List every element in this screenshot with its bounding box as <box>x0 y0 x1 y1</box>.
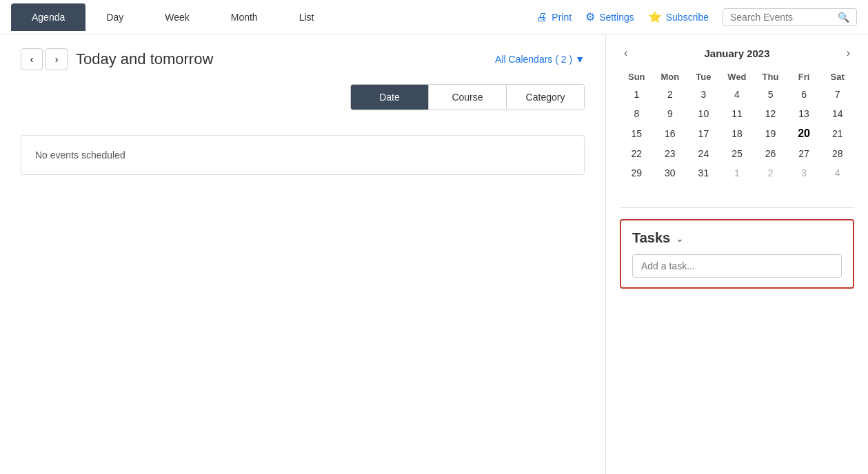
calendar-day-cell[interactable]: 1 <box>620 85 654 104</box>
calendar-day-cell[interactable]: 25 <box>720 144 754 163</box>
calendar-day-cell[interactable]: 22 <box>620 144 654 163</box>
calendar-week-row: 891011121314 <box>620 104 854 123</box>
left-panel: ‹ › Today and tomorrow All Calendars ( 2… <box>0 34 606 474</box>
calendar-day-cell[interactable]: 1 <box>720 163 754 183</box>
agenda-title: Today and tomorrow <box>76 50 487 68</box>
calendar-divider <box>620 207 854 208</box>
prev-arrow-button[interactable]: ‹ <box>21 48 43 70</box>
calendar-day-cell[interactable]: 13 <box>787 104 821 123</box>
weekday-sat: Sat <box>820 69 854 85</box>
agenda-header: ‹ › Today and tomorrow All Calendars ( 2… <box>21 48 585 70</box>
calendar-day-cell[interactable]: 4 <box>820 163 854 183</box>
calendar-day-cell[interactable]: 10 <box>687 104 720 123</box>
tasks-section: Tasks ⌄ <box>620 219 854 289</box>
tasks-chevron-icon[interactable]: ⌄ <box>676 233 684 244</box>
calendar-weekdays-row: Sun Mon Tue Wed Thu Fri Sat <box>620 69 854 85</box>
tab-day[interactable]: Day <box>85 3 144 31</box>
print-button[interactable]: 🖨 Print <box>536 11 572 23</box>
mini-calendar: ‹ January 2023 › Sun Mon Tue Wed Thu Fri… <box>620 45 854 183</box>
calendar-day-cell[interactable]: 7 <box>820 85 854 104</box>
calendar-day-cell[interactable]: 19 <box>754 123 787 144</box>
calendar-day-cell[interactable]: 28 <box>820 144 854 163</box>
weekday-mon: Mon <box>654 69 687 85</box>
calendar-header: ‹ January 2023 › <box>620 45 854 61</box>
calendar-day-cell[interactable]: 18 <box>720 123 754 144</box>
gear-icon: ⚙ <box>585 10 595 23</box>
next-arrow-button[interactable]: › <box>46 48 68 70</box>
all-calendars-link[interactable]: All Calendars ( 2 ) ▼ <box>495 54 585 65</box>
weekday-sun: Sun <box>620 69 654 85</box>
view-tab-category[interactable]: Category <box>507 85 584 110</box>
calendar-next-button[interactable]: › <box>842 45 854 61</box>
add-task-input[interactable] <box>632 254 842 278</box>
calendar-day-cell[interactable]: 9 <box>654 104 687 123</box>
subscribe-button[interactable]: ⭐ Subscribe <box>648 10 709 23</box>
calendar-day-cell[interactable]: 6 <box>787 85 821 104</box>
calendar-week-row: 2930311234 <box>620 163 854 183</box>
settings-button[interactable]: ⚙ Settings <box>585 10 634 23</box>
nav-right-actions: 🖨 Print ⚙ Settings ⭐ Subscribe 🔍 <box>536 8 857 26</box>
calendar-day-cell[interactable]: 24 <box>687 144 720 163</box>
print-label: Print <box>552 12 572 23</box>
calendar-day-cell[interactable]: 3 <box>787 163 821 183</box>
calendar-day-cell[interactable]: 2 <box>654 85 687 104</box>
calendar-day-cell[interactable]: 29 <box>620 163 654 183</box>
tab-agenda[interactable]: Agenda <box>11 3 85 31</box>
tasks-header: Tasks ⌄ <box>632 230 842 246</box>
calendar-day-cell[interactable]: 15 <box>620 123 654 144</box>
weekday-thu: Thu <box>754 69 787 85</box>
calendar-grid: Sun Mon Tue Wed Thu Fri Sat 123456789101… <box>620 69 854 183</box>
no-events-box: No events scheduled <box>21 135 585 175</box>
tab-week[interactable]: Week <box>144 3 210 31</box>
calendar-day-cell[interactable]: 20 <box>787 123 821 144</box>
main-layout: ‹ › Today and tomorrow All Calendars ( 2… <box>0 34 868 474</box>
date-nav-arrows: ‹ › <box>21 48 68 70</box>
calendar-day-cell[interactable]: 31 <box>687 163 720 183</box>
tab-month[interactable]: Month <box>210 3 279 31</box>
content-view-tabs: Date Course Category <box>350 84 585 110</box>
top-navigation: Agenda Day Week Month List 🖨 Print ⚙ Set… <box>0 0 868 34</box>
calendar-day-cell[interactable]: 23 <box>654 144 687 163</box>
calendar-day-cell[interactable]: 17 <box>687 123 720 144</box>
settings-label: Settings <box>599 12 634 23</box>
calendar-week-row: 15161718192021 <box>620 123 854 144</box>
calendar-day-cell[interactable]: 16 <box>654 123 687 144</box>
view-tabs-nav: Agenda Day Week Month List <box>11 3 334 31</box>
weekday-tue: Tue <box>687 69 720 85</box>
calendar-day-cell[interactable]: 27 <box>787 144 821 163</box>
calendar-day-cell[interactable]: 3 <box>687 85 720 104</box>
star-icon: ⭐ <box>648 10 662 23</box>
calendar-day-cell[interactable]: 11 <box>720 104 754 123</box>
weekday-wed: Wed <box>720 69 754 85</box>
no-events-text: No events scheduled <box>35 150 125 161</box>
subscribe-label: Subscribe <box>666 12 709 23</box>
view-tab-date[interactable]: Date <box>351 85 429 110</box>
view-tab-course[interactable]: Course <box>429 85 507 110</box>
search-box: 🔍 <box>723 8 857 26</box>
calendar-day-cell[interactable]: 26 <box>754 144 787 163</box>
calendar-week-row: 22232425262728 <box>620 144 854 163</box>
calendar-day-cell[interactable]: 4 <box>720 85 754 104</box>
calendar-week-row: 1234567 <box>620 85 854 104</box>
calendar-prev-button[interactable]: ‹ <box>620 45 632 61</box>
calendar-day-cell[interactable]: 2 <box>754 163 787 183</box>
calendar-day-cell[interactable]: 30 <box>654 163 687 183</box>
calendar-day-cell[interactable]: 8 <box>620 104 654 123</box>
right-panel: ‹ January 2023 › Sun Mon Tue Wed Thu Fri… <box>606 34 868 474</box>
calendar-day-cell[interactable]: 14 <box>820 104 854 123</box>
search-icon[interactable]: 🔍 <box>838 12 849 23</box>
weekday-fri: Fri <box>787 69 821 85</box>
search-input[interactable] <box>730 12 834 23</box>
calendar-day-cell[interactable]: 5 <box>754 85 787 104</box>
chevron-down-icon: ▼ <box>575 54 585 65</box>
calendar-day-cell[interactable]: 12 <box>754 104 787 123</box>
calendar-day-cell[interactable]: 21 <box>820 123 854 144</box>
all-calendars-label: All Calendars ( 2 ) <box>495 54 572 65</box>
calendar-title: January 2023 <box>704 48 769 59</box>
tab-list[interactable]: List <box>279 3 335 31</box>
print-icon: 🖨 <box>536 11 547 23</box>
tasks-title: Tasks <box>632 230 670 246</box>
